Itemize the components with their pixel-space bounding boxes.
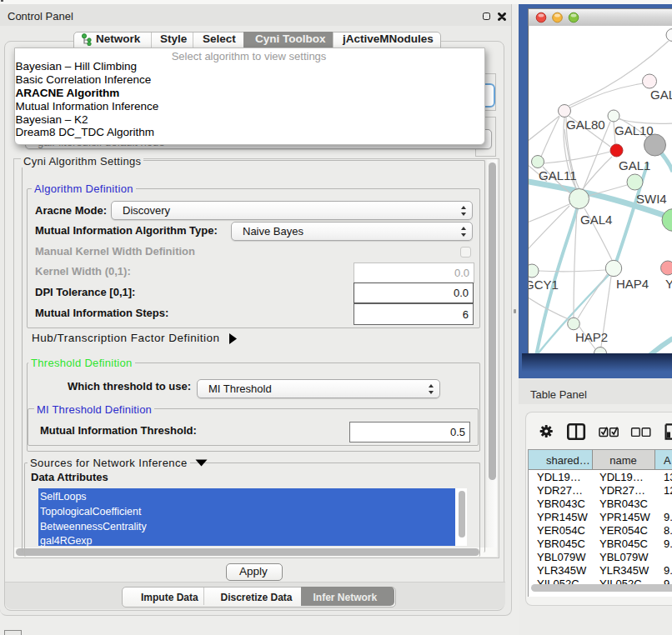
svg-text:HAP2: HAP2: [575, 330, 608, 344]
svg-text:GAL11: GAL11: [539, 168, 577, 182]
svg-text:YD: YD: [665, 277, 672, 291]
svg-text:GAL10: GAL10: [614, 123, 654, 138]
svg-text:HAP4: HAP4: [616, 277, 649, 291]
svg-text:SWI4: SWI4: [636, 192, 667, 206]
svg-text:GCY1: GCY1: [528, 278, 559, 292]
svg-text:GAL80: GAL80: [566, 118, 605, 132]
svg-text:GAL4: GAL4: [580, 212, 612, 227]
svg-text:GAL7: GAL7: [650, 88, 672, 102]
svg-text:GAL1: GAL1: [619, 158, 650, 172]
